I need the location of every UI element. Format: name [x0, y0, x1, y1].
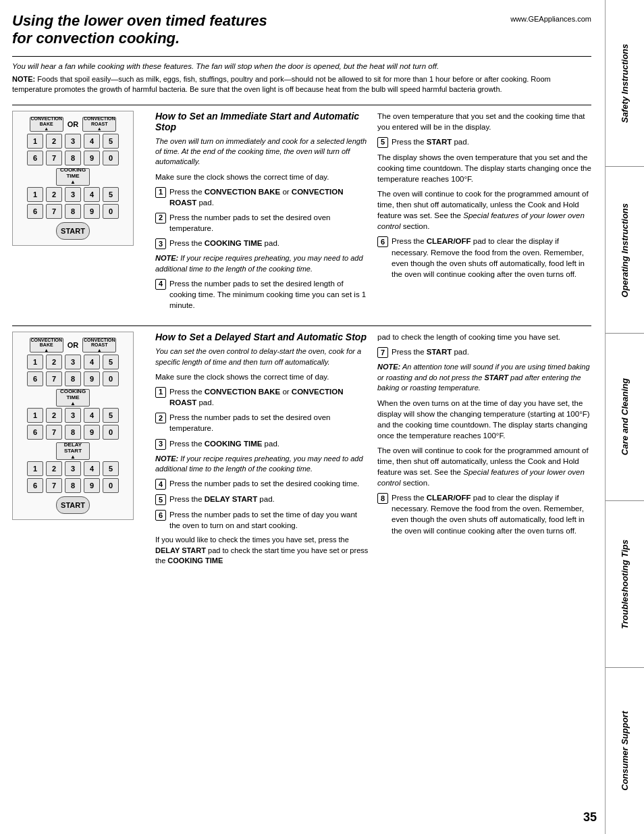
key-6d[interactable]: 6: [27, 425, 43, 440]
section2-note-attention: NOTE: An attention tone will sound if yo…: [377, 362, 591, 393]
start-key-2[interactable]: START: [56, 496, 90, 514]
keypad-diagram-2: CONVECTIONBAKE▲ OR CONVECTIONROAST▲ 1 2 …: [12, 332, 147, 570]
step1-1: 1 Press the CONVECTION BAKE or CONVECTIO…: [155, 186, 369, 208]
convection-roast-key-2[interactable]: CONVECTIONROAST▲: [82, 338, 116, 353]
main-content: Using the lower oven timed features for …: [0, 0, 603, 594]
convection-bake-key[interactable]: CONVECTIONBAKE▲: [30, 117, 63, 132]
key-2[interactable]: 2: [46, 134, 62, 149]
key-8d[interactable]: 8: [65, 425, 81, 440]
key-9c[interactable]: 9: [84, 371, 100, 386]
key-1e[interactable]: 1: [27, 461, 43, 476]
key-9[interactable]: 9: [84, 151, 100, 165]
sidebar-operating: Operating Instructions: [606, 167, 644, 334]
key-3c[interactable]: 3: [65, 355, 81, 369]
note-block: NOTE: Foods that spoil easily—such as mi…: [12, 74, 591, 95]
key-8[interactable]: 8: [65, 151, 81, 165]
cooking-time-key-2[interactable]: COOKINGTIME▲: [56, 389, 90, 407]
key-3d[interactable]: 3: [65, 408, 81, 423]
section1-heading: How to Set an Immediate Start and Automa…: [155, 111, 369, 132]
website-url: www.GEAppliances.com: [510, 15, 591, 23]
page-title: Using the lower oven timed features for …: [12, 12, 267, 48]
or-label-2: OR: [68, 341, 79, 349]
section2-clock-note: Make sure the clock shows the correct ti…: [155, 371, 369, 382]
step2-3: 3 Press the COOKING TIME pad.: [155, 438, 369, 450]
section1-display-text: The display shows the oven temperature t…: [377, 152, 591, 184]
key-4b[interactable]: 4: [84, 187, 100, 202]
key-6c[interactable]: 6: [27, 371, 43, 386]
key-8e[interactable]: 8: [65, 478, 81, 493]
step2-7: 7 Press the START pad.: [377, 346, 591, 358]
key-2e[interactable]: 2: [46, 461, 62, 476]
section2-when-text: When the oven turns on at the time of da…: [377, 398, 591, 441]
key-9e[interactable]: 9: [84, 478, 100, 493]
section2-check-cont: pad to check the length of cooking time …: [377, 332, 591, 342]
key-0c[interactable]: 0: [103, 371, 119, 386]
key-4[interactable]: 4: [84, 134, 100, 149]
start-key-1[interactable]: START: [56, 222, 90, 240]
section2-heading: How to Set a Delayed Start and Automatic…: [155, 332, 369, 342]
key-0[interactable]: 0: [103, 151, 119, 165]
key-6b[interactable]: 6: [27, 204, 43, 219]
key-5[interactable]: 5: [103, 134, 119, 149]
section2-check-times: If you would like to check the times you…: [155, 535, 369, 566]
step2-1: 1 Press the CONVECTION BAKE or CONVECTIO…: [155, 386, 369, 408]
key-8b[interactable]: 8: [65, 204, 81, 219]
key-5e[interactable]: 5: [103, 461, 119, 476]
key-6[interactable]: 6: [27, 151, 43, 165]
key-0b[interactable]: 0: [103, 204, 119, 219]
key-0d[interactable]: 0: [103, 425, 119, 440]
key-7e[interactable]: 7: [46, 478, 62, 493]
key-7b[interactable]: 7: [46, 204, 62, 219]
key-2d[interactable]: 2: [46, 408, 62, 423]
key-2c[interactable]: 2: [46, 355, 62, 369]
step1-5: 5 Press the START pad.: [377, 136, 591, 148]
section2-content: How to Set a Delayed Start and Automatic…: [155, 332, 591, 570]
key-8c[interactable]: 8: [65, 371, 81, 386]
section2: CONVECTIONBAKE▲ OR CONVECTIONROAST▲ 1 2 …: [12, 332, 591, 570]
convection-bake-key-2[interactable]: CONVECTIONBAKE▲: [30, 338, 63, 353]
key-1b[interactable]: 1: [27, 187, 43, 202]
key-5c[interactable]: 5: [103, 355, 119, 369]
key-1c[interactable]: 1: [27, 355, 43, 369]
step1-3: 3 Press the COOKING TIME pad.: [155, 238, 369, 249]
section1-content: How to Set an Immediate Start and Automa…: [155, 111, 591, 315]
delay-start-key[interactable]: DELAYSTART▲: [56, 442, 90, 460]
key-1[interactable]: 1: [27, 134, 43, 149]
key-0e[interactable]: 0: [103, 478, 119, 493]
key-5b[interactable]: 5: [103, 187, 119, 202]
key-7c[interactable]: 7: [46, 371, 62, 386]
intro-text: You will hear a fan while cooking with t…: [12, 62, 591, 70]
sidebar-operating-label: Operating Instructions: [620, 203, 630, 297]
key-3e[interactable]: 3: [65, 461, 81, 476]
key-2b[interactable]: 2: [46, 187, 62, 202]
sidebar-consumer: Consumer Support: [606, 668, 644, 834]
sidebar-troubleshooting-label: Troubleshooting Tips: [620, 540, 630, 629]
key-6e[interactable]: 6: [27, 478, 43, 493]
step2-6: 6 Press the number pads to set the time …: [155, 509, 369, 531]
key-7d[interactable]: 7: [46, 425, 62, 440]
key-1d[interactable]: 1: [27, 408, 43, 423]
cooking-time-key-1[interactable]: COOKINGTIME▲: [56, 168, 90, 186]
convection-roast-key[interactable]: CONVECTIONROAST▲: [82, 117, 116, 132]
section1-temp-text: The oven temperature that you set and th…: [377, 111, 591, 132]
step2-8: 8 Press the CLEAR/OFF pad to clear the d…: [377, 492, 591, 536]
key-5d[interactable]: 5: [103, 408, 119, 423]
key-7[interactable]: 7: [46, 151, 62, 165]
key-4e[interactable]: 4: [84, 461, 100, 476]
step1-2: 2 Press the number pads to set the desir…: [155, 212, 369, 234]
sidebar-care: Care and Cleaning: [606, 334, 644, 500]
section1-intro: The oven will turn on immediately and co…: [155, 136, 369, 167]
key-9d[interactable]: 9: [84, 425, 100, 440]
key-4d[interactable]: 4: [84, 408, 100, 423]
step1-4: 4 Press the number pads to set the desir…: [155, 278, 369, 311]
key-9b[interactable]: 9: [84, 204, 100, 219]
key-4c[interactable]: 4: [84, 355, 100, 369]
section1-note-preheating: NOTE: If your recipe requires preheating…: [155, 253, 369, 274]
or-label-1: OR: [68, 120, 79, 128]
sidebar-safety-label: Safety Instructions: [620, 44, 630, 123]
key-3b[interactable]: 3: [65, 187, 81, 202]
step2-4: 4 Press the number pads to set the desir…: [155, 478, 369, 490]
key-3[interactable]: 3: [65, 134, 81, 149]
sidebar-safety: Safety Instructions: [606, 0, 644, 167]
step1-6: 6 Press the CLEAR/OFF pad to clear the d…: [377, 236, 591, 279]
